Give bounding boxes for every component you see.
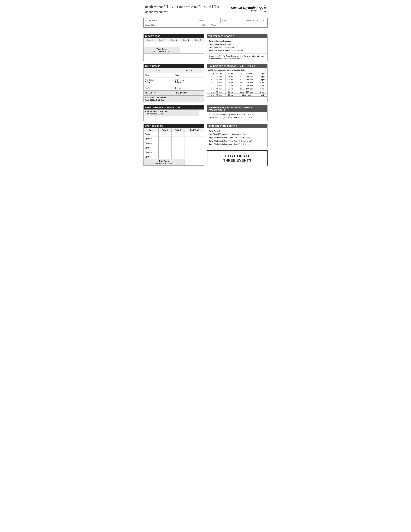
pts1-2: 26 pts [225, 78, 236, 81]
spot-shooting-scoring-content: 0 pts Air ball1 pt Shot NOT made; ball h… [207, 128, 267, 147]
spot-scoring-item-1: 1 pt Shot NOT made; ball hits rim or bac… [209, 133, 266, 136]
pass1-cell[interactable] [144, 42, 156, 47]
spot-total-0[interactable] [185, 132, 204, 137]
pts2-2: 10 pts [257, 78, 267, 81]
spot-total-5[interactable] [185, 155, 204, 159]
spot-trial1-3[interactable] [159, 146, 172, 150]
age-label: Age [222, 19, 226, 22]
spot-col-trial2: Trial 2 [172, 128, 185, 132]
spot-shooting-section: SPOT SHOOTING Spot Trial 1 Trial 2 Spot … [143, 124, 204, 166]
pass2-cell[interactable] [156, 42, 168, 47]
spot-trial2-0[interactable] [172, 132, 185, 137]
time-label-1: Time [144, 73, 174, 78]
speed-dribble-scoring-content: Athlete must be physically unable to per… [207, 112, 267, 121]
section-divider [143, 31, 268, 31]
pass2-header: Pass 2 [156, 38, 168, 42]
speed-dribble-total-label: Total Number of Dribbles (Max possible: … [144, 109, 199, 116]
spot-trial1-0[interactable] [159, 132, 172, 137]
dribble-row: 10M DRIBBLE Trial 1 Time # of IllegalDri… [143, 64, 268, 102]
scoring-item-2: 1 pt Hitting wall, but not square [209, 46, 266, 49]
target-pass-section: TARGET PASS Pass 1 Pass 2 Pass 3 Pass 4 … [143, 34, 204, 61]
spot-trial1-4[interactable] [159, 150, 172, 155]
logo-name: Special Olympics [231, 6, 257, 10]
spot-label-1: Spot #2 [144, 137, 159, 141]
pts2-6: 2 pts [257, 90, 267, 93]
dribble-scoring-header: 10M DRIBBLE SCORING (Seconds → Points) [207, 64, 267, 68]
dribble-scoring-row-4: 5.1 – 6.0 sec 22 pts 16.1 – 18.0 sec 6 p… [207, 84, 267, 87]
pts1-1: 28 pts [225, 75, 236, 78]
spot-trial2-1[interactable] [172, 137, 185, 141]
spot-total-3[interactable] [185, 146, 204, 150]
pass5-cell[interactable] [192, 42, 204, 47]
spot-trial2-2[interactable] [172, 141, 185, 146]
spot-row-1: Spot #2 [144, 137, 204, 141]
target-pass-scoring-header: TARGET PASS SCORING [207, 34, 267, 38]
sec2-0: 9.1 – 10.0 sec [236, 72, 257, 75]
illegal-label-1: # of IllegalDribbles [144, 78, 174, 86]
spot-trial1-5[interactable] [159, 155, 172, 159]
dribble-trial1-values: Trial 2 Time # of IllegalDribbles Points… [174, 68, 204, 95]
target-pass-total-value[interactable] [180, 47, 204, 54]
total-all-events-box: TOTAL OF ALLTHREE EVENTS [207, 150, 268, 166]
coach-name-cell[interactable]: Coach Name [144, 23, 200, 28]
athlete-row-2: Coach Name Delegation/Team [144, 23, 267, 28]
pass3-cell[interactable] [168, 42, 180, 47]
athlete-info-section: Athlete Name Heat # Age Gender M F Coach… [143, 18, 268, 28]
sec2-7: 22.1 + sec [236, 93, 257, 96]
spot-col-trial1: Trial 1 [159, 128, 172, 132]
dribble-section: 10M DRIBBLE Trial 1 Time # of IllegalDri… [143, 64, 204, 102]
athlete-name-cell[interactable]: Athlete Name [144, 18, 197, 23]
spot-col-total: Spot Total [185, 128, 204, 132]
target-pass-scoring-note: 1 Additional Point Per Pass: Catching ba… [207, 54, 267, 61]
sec2-4: 16.1 – 18.0 sec [236, 84, 257, 87]
heat-cell[interactable]: Heat # [197, 18, 221, 23]
spot-total-1[interactable] [185, 137, 204, 141]
scoring-item-1: 2 pts Hitting lines of square [209, 43, 266, 46]
spot-row-3: Spot #4 [144, 146, 204, 150]
logo-area: Special Olympics Texas [231, 5, 268, 14]
spot-col-headers: Spot Trial 1 Trial 2 Spot Total [144, 128, 204, 132]
pass3-header: Pass 3 [168, 38, 180, 42]
spot-total-value[interactable] [185, 159, 204, 165]
dribble-scoring-row-1: 2.1 – 3.0 sec 28 pts 10.1 – 12.0 sec 12 … [207, 75, 267, 78]
spot-trial2-4[interactable] [172, 150, 185, 155]
best-scores-row: Best of the Two Scores (Max possible: 30… [144, 95, 204, 102]
gender-f-label: F [263, 19, 264, 22]
dribble-scoring-row-3: 4.1 – 5.0 sec 24 pts 14.1 – 16.0 sec 8 p… [207, 81, 267, 84]
trial2-header: Trial 2 [174, 68, 204, 73]
age-cell[interactable]: Age [221, 18, 244, 23]
spot-scoring-item-4: 4 pts Made shots from Spots 5 or 6 (2m d… [209, 142, 266, 146]
delegation-cell[interactable]: Delegation/Team [200, 23, 267, 28]
speed-dribble-scoring-section: SPEED DRIBBLE SCORING (10M DRIBBLE MODIF… [207, 105, 268, 121]
speed-dribble-value[interactable] [199, 109, 204, 116]
spot-trial2-5[interactable] [172, 155, 185, 159]
spot-total-2[interactable] [185, 141, 204, 146]
spot-trial2-3[interactable] [172, 146, 185, 150]
spot-total-4[interactable] [185, 150, 204, 155]
trial1-score-label: Trial 1 Score [144, 91, 174, 95]
target-pass-col-headers: Pass 1 Pass 2 Pass 3 Pass 4 Pass 5 [144, 38, 204, 42]
pass5-header: Pass 5 [192, 38, 204, 42]
athlete-row-1: Athlete Name Heat # Age Gender M F [144, 18, 267, 23]
gender-m-radio[interactable] [253, 20, 255, 21]
spot-label-5: Spot #6 [144, 155, 159, 159]
sec1-3: 4.1 – 5.0 sec [207, 81, 225, 84]
logo-region: Texas [231, 10, 257, 13]
right-column-bottom: SPOT SHOOTING SCORING 0 pts Air ball1 pt… [207, 124, 268, 166]
spot-shooting-scoring-section: SPOT SHOOTING SCORING 0 pts Air ball1 pt… [207, 124, 268, 147]
target-pass-scoring-section: TARGET PASS SCORING 3 pts Hitting inside… [207, 34, 268, 61]
sec2-5: 18.1 – 20.0 sec [236, 87, 257, 90]
target-pass-total-label: Total Score (Max possible: 20 pts.) [144, 47, 180, 54]
spot-col-spot: Spot [144, 128, 159, 132]
gender-cell[interactable]: Gender M F [244, 18, 267, 23]
spot-trial1-2[interactable] [159, 141, 172, 146]
spot-label-4: Spot #5 [144, 150, 159, 155]
speed-dribble-header: SPEED DRIBBLE MODIFICATION [144, 105, 204, 109]
pts1-5: 20 pts [225, 87, 236, 90]
spot-trial1-1[interactable] [159, 137, 172, 141]
dribble-scoring-row-7: 8.1 – 9.0 sec 16 pts 22.1 + sec 1 pt [207, 93, 267, 96]
pass4-cell[interactable] [180, 42, 192, 47]
pts2-7: 1 pt [257, 93, 267, 96]
gender-f-radio[interactable] [260, 20, 262, 21]
spot-scoring-item-2: 2 pts Made shots from Spots 1 or 2 (1m d… [209, 136, 266, 139]
